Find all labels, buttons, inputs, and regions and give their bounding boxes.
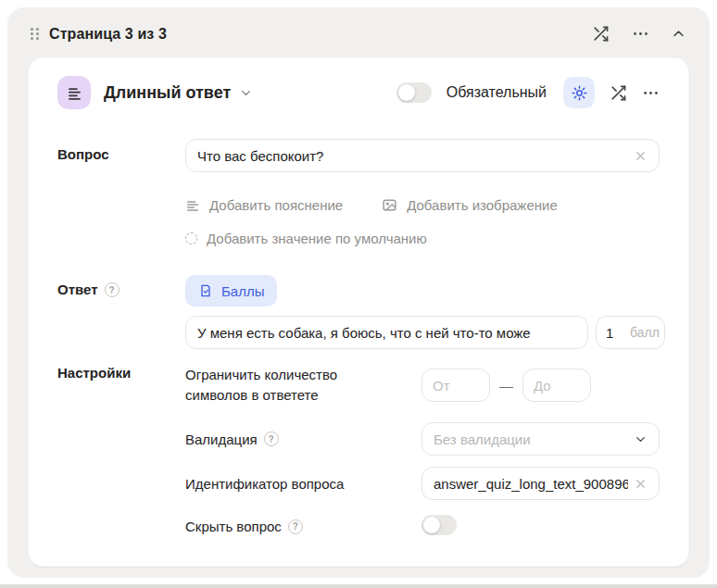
close-icon [634,477,648,491]
ellipsis-icon [632,25,649,43]
question-more-button[interactable] [642,84,660,102]
action-label: Добавить пояснение [209,197,343,213]
points-chip[interactable]: Баллы [185,275,277,307]
identifier-input[interactable] [434,476,628,492]
points-chip-label: Баллы [221,283,264,299]
char-limit-from-box [421,369,490,402]
validation-label: Валидация [185,432,258,447]
char-limit-label: Ограничить количество символов в ответет… [185,365,421,406]
answer-help-icon[interactable]: ? [105,282,120,297]
chevron-down-icon [634,432,648,446]
ellipsis-icon [642,84,660,102]
long-text-type-icon [57,76,91,109]
chevron-up-icon [672,27,686,41]
question-input[interactable] [197,148,628,164]
validation-select-value: Без валидации [434,432,531,447]
hide-question-help-icon[interactable]: ? [288,519,303,534]
action-label: Добавить значение по умолчанию [207,231,427,246]
answer-input-box [185,316,588,349]
validation-select[interactable]: Без валидации [421,422,660,456]
question-card-header: Длинный ответ Обязательный [57,76,660,109]
points-input[interactable] [606,325,624,341]
identifier-input-box [421,467,660,500]
answer-label: Ответ [57,281,98,297]
add-comment-button[interactable]: Добавить пояснение [185,197,343,213]
points-suffix: балл [630,325,660,340]
points-input-box: балл [596,316,665,349]
clear-question-button[interactable] [634,149,648,163]
chevron-down-icon[interactable] [239,86,253,100]
page-title: Страница 3 из 3 [49,26,167,43]
required-label: Обязательный [447,84,547,101]
char-limit-from-input[interactable] [433,378,479,394]
action-label: Добавить изображение [407,197,558,213]
shuffle-icon [592,25,610,43]
shuffle-question-button[interactable] [610,84,627,102]
page-section-panel: Страница 3 из 3 Длинный ответ [7,7,710,578]
hide-question-toggle[interactable] [421,515,457,535]
add-default-value-button[interactable]: Добавить значение по умолчанию [185,231,427,246]
question-type-selector[interactable]: Длинный ответ [104,83,231,103]
settings-label: Настройки [57,365,185,538]
required-toggle[interactable] [396,82,432,103]
collapse-page-button[interactable] [672,27,686,41]
char-limit-to-box [522,369,591,402]
next-section-edge [0,584,717,588]
gear-icon [571,84,588,102]
answer-input[interactable] [197,325,576,341]
shuffle-page-button[interactable] [592,25,610,43]
char-limit-to-input[interactable] [534,378,580,394]
identifier-label: Идентификатор вопроса [185,476,421,492]
settings-button[interactable] [563,77,595,108]
question-label: Вопрос [57,139,185,172]
image-icon [382,197,397,213]
page-header: Страница 3 из 3 [7,7,710,43]
shuffle-icon [610,84,627,102]
doc-check-icon [198,283,213,298]
text-lines-icon [185,198,200,213]
question-card: Длинный ответ Обязательный Вопрос [28,57,689,567]
drag-handle-icon[interactable] [31,28,39,40]
page-more-button[interactable] [632,25,649,43]
question-input-box [185,139,660,172]
add-image-button[interactable]: Добавить изображение [382,197,558,213]
validation-help-icon[interactable]: ? [264,432,279,446]
range-dash: — [499,378,513,394]
dashed-circle-icon [185,232,197,244]
close-icon [634,149,648,163]
clear-identifier-button[interactable] [634,477,648,491]
hide-question-label: Скрыть вопрос [185,519,282,534]
